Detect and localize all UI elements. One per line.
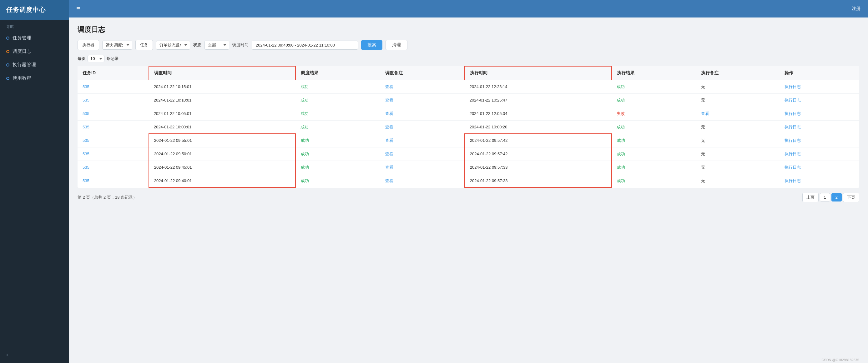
td-task-id[interactable]: 535 — [78, 174, 149, 188]
td-schedule-time: 2024-01-22 09:55:01 — [149, 134, 296, 147]
sidebar-label-executor-mgmt: 执行器管理 — [12, 62, 36, 68]
sidebar-item-schedule-log[interactable]: 调度日志 — [0, 45, 69, 58]
td-exec-result: 成功 — [612, 120, 696, 134]
per-page-bar: 每页 10 20 50 100 条记录 — [78, 55, 859, 62]
td-exec-result: 成功 — [612, 93, 696, 107]
data-table: 任务ID 调度时间 调度结果 调度备注 执行时间 执行结果 执行备注 操作 53… — [78, 66, 859, 188]
td-action[interactable]: 执行日志 — [779, 134, 859, 147]
per-page-select[interactable]: 10 20 50 100 — [88, 55, 104, 62]
status-select[interactable]: 全部 成功 失败 进行中 — [205, 41, 229, 50]
td-schedule-result: 成功 — [296, 134, 380, 147]
th-task-id: 任务ID — [78, 66, 149, 80]
header-menu-icon[interactable]: ≡ — [76, 5, 80, 13]
executor-button[interactable]: 执行器 — [78, 40, 99, 50]
table-row: 535 2024-01-22 10:10:01 成功 查看 2024-01-22… — [78, 93, 859, 107]
td-exec-note: 无 — [696, 174, 779, 188]
table-row: 535 2024-01-22 10:05:01 成功 查看 2024-01-22… — [78, 107, 859, 120]
clear-button[interactable]: 清理 — [385, 40, 407, 50]
td-schedule-note[interactable]: 查看 — [380, 147, 465, 161]
status-label: 状态 — [193, 42, 202, 48]
sidebar-dot-schedule-log — [6, 50, 9, 53]
td-exec-note: 无 — [696, 147, 779, 161]
th-exec-note: 执行备注 — [696, 66, 779, 80]
th-exec-result: 执行结果 — [612, 66, 696, 80]
td-schedule-time: 2024-01-22 09:40:01 — [149, 174, 296, 188]
schedule-time-label: 调度时间 — [232, 42, 249, 48]
td-exec-note[interactable]: 查看 — [696, 107, 779, 120]
td-schedule-note[interactable]: 查看 — [380, 120, 465, 134]
td-exec-result: 成功 — [612, 80, 696, 93]
table-row: 535 2024-01-22 09:55:01 成功 查看 2024-01-22… — [78, 134, 859, 147]
page-2-button[interactable]: 2 — [831, 193, 842, 201]
sidebar-collapse-button[interactable]: ‹ — [0, 346, 69, 363]
td-task-id[interactable]: 535 — [78, 147, 149, 161]
page-1-button[interactable]: 1 — [820, 193, 830, 201]
prev-page-button[interactable]: 上页 — [802, 193, 818, 202]
td-exec-note: 无 — [696, 161, 779, 174]
dispatch-mode-select[interactable]: 运力调度: — [102, 41, 132, 50]
td-action[interactable]: 执行日志 — [779, 120, 859, 134]
td-schedule-time: 2024-01-22 09:45:01 — [149, 161, 296, 174]
td-action[interactable]: 执行日志 — [779, 80, 859, 93]
td-schedule-note[interactable]: 查看 — [380, 174, 465, 188]
sidebar-item-executor-mgmt[interactable]: 执行器管理 — [0, 58, 69, 71]
td-task-id[interactable]: 535 — [78, 134, 149, 147]
td-exec-note: 无 — [696, 120, 779, 134]
td-task-id[interactable]: 535 — [78, 80, 149, 93]
search-button[interactable]: 搜索 — [361, 40, 382, 50]
task-button[interactable]: 任务 — [135, 40, 153, 50]
header-register[interactable]: 注册 — [852, 6, 861, 11]
td-schedule-result: 成功 — [296, 174, 380, 188]
th-exec-time: 执行时间 — [465, 66, 612, 80]
sidebar-title: 任务调度中心 — [0, 0, 69, 20]
td-schedule-note[interactable]: 查看 — [380, 134, 465, 147]
td-schedule-note[interactable]: 查看 — [380, 80, 465, 93]
next-page-button[interactable]: 下页 — [843, 193, 859, 202]
td-schedule-time: 2024-01-22 10:15:01 — [149, 80, 296, 93]
td-exec-result: 成功 — [612, 174, 696, 188]
th-schedule-note: 调度备注 — [380, 66, 465, 80]
td-action[interactable]: 执行日志 — [779, 107, 859, 120]
footer-watermark: CSDN @C18298182575 — [69, 357, 868, 363]
td-action[interactable]: 执行日志 — [779, 93, 859, 107]
td-schedule-note[interactable]: 查看 — [380, 107, 465, 120]
table-row: 535 2024-01-22 10:15:01 成功 查看 2024-01-22… — [78, 80, 859, 93]
td-schedule-result: 成功 — [296, 80, 380, 93]
td-exec-result: 失败 — [612, 107, 696, 120]
td-task-id[interactable]: 535 — [78, 107, 149, 120]
sidebar-item-usage-guide[interactable]: 使用教程 — [0, 71, 69, 85]
td-schedule-note[interactable]: 查看 — [380, 93, 465, 107]
td-task-id[interactable]: 535 — [78, 120, 149, 134]
per-page-prefix: 每页 — [78, 56, 86, 62]
th-schedule-result: 调度结果 — [296, 66, 380, 80]
td-task-id[interactable]: 535 — [78, 93, 149, 107]
header: ≡ 注册 — [69, 0, 868, 18]
sidebar-dot-task-mgmt — [6, 37, 9, 40]
td-exec-time: 2024-01-22 09:57:33 — [465, 174, 612, 188]
td-exec-time: 2024-01-22 09:57:42 — [465, 147, 612, 161]
table-container: 任务ID 调度时间 调度结果 调度备注 执行时间 执行结果 执行备注 操作 53… — [78, 66, 859, 188]
sidebar: 任务调度中心 导航 任务管理 调度日志 执行器管理 使用教程 ‹ — [0, 0, 69, 363]
td-action[interactable]: 执行日志 — [779, 147, 859, 161]
td-schedule-note[interactable]: 查看 — [380, 161, 465, 174]
td-exec-note: 无 — [696, 80, 779, 93]
schedule-time-input[interactable] — [252, 41, 358, 50]
pagination-info: 第 2 页（总共 2 页，18 条记录） — [78, 195, 137, 200]
sidebar-dot-usage-guide — [6, 77, 9, 80]
td-action[interactable]: 执行日志 — [779, 161, 859, 174]
sidebar-item-task-mgmt[interactable]: 任务管理 — [0, 31, 69, 45]
table-row: 535 2024-01-22 09:40:01 成功 查看 2024-01-22… — [78, 174, 859, 188]
content-area: 调度日志 执行器 运力调度: 任务 订单状态反/ 状态 全部 成功 失败 进行中… — [69, 18, 868, 357]
table-header-row: 任务ID 调度时间 调度结果 调度备注 执行时间 执行结果 执行备注 操作 — [78, 66, 859, 80]
td-schedule-time: 2024-01-22 10:10:01 — [149, 93, 296, 107]
td-schedule-result: 成功 — [296, 107, 380, 120]
sidebar-label-schedule-log: 调度日志 — [12, 48, 31, 54]
td-schedule-time: 2024-01-22 09:50:01 — [149, 147, 296, 161]
order-status-select[interactable]: 订单状态反/ — [156, 41, 190, 50]
th-schedule-time: 调度时间 — [149, 66, 296, 80]
td-task-id[interactable]: 535 — [78, 161, 149, 174]
td-exec-time: 2024-01-22 12:23:14 — [465, 80, 612, 93]
td-action[interactable]: 执行日志 — [779, 174, 859, 188]
filter-bar: 执行器 运力调度: 任务 订单状态反/ 状态 全部 成功 失败 进行中 调度时间… — [78, 40, 859, 50]
td-schedule-result: 成功 — [296, 120, 380, 134]
